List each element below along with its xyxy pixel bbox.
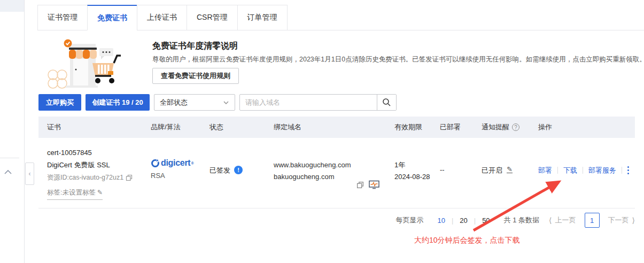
col-status: 状态: [210, 117, 274, 138]
cert-algorithm: RSA: [151, 172, 210, 180]
chevron-down-icon: [223, 99, 229, 106]
per-page-label: 每页显示: [395, 215, 423, 225]
chevron-up-icon[interactable]: [3, 168, 15, 176]
deployed-value: --: [440, 138, 482, 208]
tab-upload-cert[interactable]: 上传证书: [137, 5, 187, 30]
edit-icon[interactable]: ✎: [507, 166, 513, 173]
view-rules-button[interactable]: 查看免费证书使用规则: [152, 68, 239, 84]
cert-name: DigiCert 免费版 SSL: [47, 159, 151, 171]
download-link[interactable]: 下载: [563, 166, 577, 175]
resource-id: 资源ID:cas-ivauto-g72uz1: [47, 172, 123, 184]
copy-icon[interactable]: [126, 174, 133, 181]
tab-cert-management[interactable]: 证书管理: [37, 5, 88, 30]
buy-now-button[interactable]: 立即购买: [38, 94, 81, 111]
page-size-50[interactable]: 50: [476, 216, 496, 225]
search-button[interactable]: [377, 95, 396, 110]
tab-order-management[interactable]: 订单管理: [237, 5, 288, 30]
chevron-left-icon: ⟨: [549, 216, 552, 225]
current-page-button[interactable]: 1: [585, 213, 600, 228]
deploy-service-link[interactable]: 部署服务: [588, 166, 616, 175]
col-cert: 证书: [47, 117, 151, 138]
edit-icon: ✎: [97, 187, 103, 199]
validity-term: 1年: [394, 159, 440, 171]
store-cart-illustration: [45, 33, 126, 90]
next-page-button[interactable]: 下一页 ⟩: [608, 215, 635, 225]
col-brand: 品牌/算法: [151, 117, 210, 138]
search-icon: [382, 98, 391, 107]
bound-domain-2: bakuogucheng.com: [274, 171, 351, 183]
sidebar-divider: [0, 158, 19, 158]
banner-title: 免费证书年度清零说明: [152, 41, 238, 52]
chevron-right-icon: ⟩: [632, 216, 635, 225]
domain-search-group: [239, 94, 397, 111]
validity-date: 2024-08-28: [394, 171, 440, 183]
info-warning-icon[interactable]: !: [234, 166, 243, 174]
tab-bar: 证书管理 免费证书 上传证书 CSR管理 订单管理: [37, 5, 644, 30]
pagination: 每页显示 10 | 20 | 50 共 1 条数据 ⟨ 上一页 1 下一页 ⟩: [395, 212, 635, 229]
tab-free-cert[interactable]: 免费证书: [87, 5, 137, 30]
page-size-10[interactable]: 10: [431, 216, 451, 225]
page-size-20[interactable]: 20: [453, 216, 474, 225]
sidebar-collapse-button[interactable]: ‹: [25, 163, 34, 185]
divider: [583, 167, 583, 174]
status-filter-select[interactable]: 全部状态: [154, 94, 235, 111]
status-text: 已签发: [210, 166, 230, 175]
deploy-link[interactable]: 部署: [538, 166, 552, 175]
divider: [557, 167, 558, 174]
table-row: cert-10057845 DigiCert 免费版 SSL 资源ID:cas-…: [38, 138, 635, 208]
status-filter-value: 全部状态: [160, 98, 188, 107]
domain-search-input[interactable]: [240, 95, 377, 110]
banner-description: 尊敬的用户，根据阿里云免费证书年度使用规则，2023年1月1日0点清除历史免费证…: [152, 55, 639, 64]
col-deployed: 已部署: [440, 117, 482, 138]
bound-domain-1: www.bakuogucheng.com: [274, 159, 351, 171]
col-actions: 操作: [538, 117, 635, 138]
sidebar-border: [24, 0, 25, 263]
help-icon[interactable]: ?: [512, 123, 519, 131]
copy-icon[interactable]: [356, 181, 364, 189]
tag-edit[interactable]: 标签:未设置标签 ✎: [47, 187, 103, 200]
more-actions-icon[interactable]: [627, 166, 629, 174]
total-count: 共 1 条数据: [504, 215, 539, 225]
divider: [622, 167, 622, 174]
chevron-left-icon: ‹: [29, 170, 31, 177]
cert-id: cert-10057845: [47, 146, 151, 159]
col-validity: 有效期限: [394, 117, 440, 138]
table-header: 证书 品牌/算法 状态 绑定域名 有效期限 已部署 通知提醒 ? 操作: [38, 117, 635, 138]
annotation-note: 大约10分钟后会签发，点击下载: [414, 236, 520, 245]
col-notify: 通知提醒 ?: [482, 117, 538, 138]
col-domain: 绑定域名: [274, 117, 394, 138]
create-cert-button[interactable]: 创建证书 19 / 20: [86, 94, 150, 111]
notify-status: 已开启: [482, 166, 502, 175]
monitor-pulse-icon[interactable]: [369, 180, 379, 189]
tab-csr-management[interactable]: CSR管理: [187, 5, 238, 30]
digicert-logo: digicert®: [151, 158, 210, 168]
sidebar-top-block: [0, 0, 24, 12]
prev-page-button[interactable]: ⟨ 上一页: [549, 215, 576, 225]
